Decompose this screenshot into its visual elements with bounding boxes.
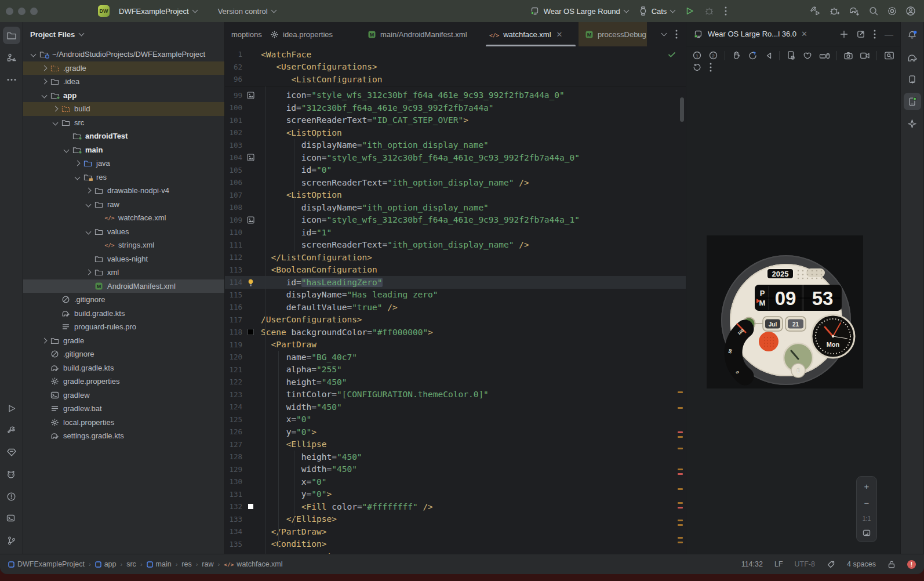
- chevron-down-icon[interactable]: [86, 201, 92, 207]
- tree-item[interactable]: values: [23, 225, 224, 239]
- window-minimize-icon[interactable]: [18, 8, 26, 15]
- analysis-mark[interactable]: [678, 436, 683, 438]
- tab-watchface.xml[interactable]: </>watchface.xml✕: [483, 22, 579, 46]
- analysis-mark[interactable]: [678, 507, 683, 509]
- structure-icon[interactable]: [3, 49, 20, 66]
- chevron-right-icon[interactable]: [42, 65, 48, 71]
- attach-debugger-icon[interactable]: [830, 6, 841, 16]
- breadcrumb-item[interactable]: res: [181, 560, 191, 568]
- code-line[interactable]: 125x="0": [225, 413, 686, 426]
- indent-setting[interactable]: 4 spaces: [847, 560, 876, 568]
- breadcrumb-item[interactable]: </>watchface.xml: [224, 560, 282, 568]
- tree-item[interactable]: gradle: [23, 334, 224, 348]
- screen-search-icon[interactable]: [884, 51, 894, 60]
- code-line[interactable]: 102<ListOption: [225, 126, 686, 139]
- zoom-in-button[interactable]: +: [864, 481, 870, 491]
- chevron-down-icon[interactable]: [661, 31, 667, 37]
- inspections-ok-icon[interactable]: [667, 50, 676, 59]
- zoom-out-button[interactable]: −: [864, 498, 870, 508]
- analysis-mark[interactable]: [678, 524, 683, 526]
- keyboard-mouse-icon[interactable]: [819, 51, 830, 60]
- project-menu[interactable]: DWFExampleProject: [114, 3, 202, 19]
- running-devices-tab[interactable]: Wear OS Large Ro...l 36.0 ✕ —: [686, 22, 900, 46]
- tree-item[interactable]: .gitignore: [23, 347, 224, 361]
- gradle-sync-icon[interactable]: [849, 6, 860, 16]
- problems-icon[interactable]: [3, 488, 20, 505]
- run-button[interactable]: [680, 3, 699, 19]
- analysis-mark[interactable]: [678, 469, 683, 470]
- zoom-actual-button[interactable]: 1:1: [863, 515, 871, 522]
- tree-item[interactable]: gradlew: [23, 388, 224, 402]
- running-devices-icon[interactable]: [904, 93, 921, 110]
- chevron-down-icon[interactable]: [53, 119, 59, 125]
- account-icon[interactable]: [905, 6, 916, 16]
- breadcrumb-item[interactable]: app: [95, 560, 117, 568]
- button-1-icon[interactable]: 1: [692, 50, 702, 60]
- code-line[interactable]: 120name="BG_40c7": [225, 351, 686, 364]
- terminal-icon[interactable]: [3, 510, 20, 527]
- video-icon[interactable]: [860, 52, 870, 60]
- code-line[interactable]: 119<PartDraw: [225, 339, 686, 351]
- device-manager-icon[interactable]: [904, 71, 921, 88]
- code-line[interactable]: 127<Ellipse: [225, 438, 686, 451]
- chevron-down-icon[interactable]: [75, 174, 81, 180]
- analysis-mark[interactable]: [678, 488, 683, 490]
- breadcrumb-item[interactable]: DWFExampleProject: [8, 560, 85, 568]
- tree-item[interactable]: gradlew.bat: [23, 402, 224, 416]
- window-zoom-icon[interactable]: [30, 8, 38, 15]
- code-line[interactable]: 112</ListConfiguration>: [225, 251, 686, 264]
- chevron-right-icon[interactable]: [86, 270, 92, 275]
- code-line[interactable]: 136<Expressions>: [225, 550, 686, 554]
- analysis-mark[interactable]: [678, 473, 683, 475]
- caret-position[interactable]: 114:32: [741, 560, 763, 568]
- analysis-mark[interactable]: [678, 542, 683, 543]
- code-line[interactable]: 135<Condition>: [225, 538, 686, 551]
- analysis-mark[interactable]: [678, 537, 683, 539]
- version-control-icon[interactable]: [3, 532, 20, 549]
- tree-item[interactable]: java: [23, 157, 224, 170]
- logcat-icon[interactable]: [3, 466, 20, 483]
- code-line[interactable]: 134</PartDraw>: [225, 525, 686, 538]
- tree-item[interactable]: settings.gradle.kts: [23, 429, 224, 443]
- code-line[interactable]: 117/UserConfigurations>: [225, 314, 686, 326]
- sticky-line[interactable]: 62<UserConfigurations>: [225, 61, 686, 74]
- tree-item[interactable]: gradle.properties: [23, 375, 224, 388]
- tree-item[interactable]: androidTest: [23, 129, 224, 143]
- build-icon[interactable]: [3, 422, 20, 439]
- chevron-right-icon[interactable]: [75, 161, 81, 166]
- chevron-right-icon[interactable]: [86, 188, 92, 194]
- tree-item[interactable]: MAndroidManifest.xml: [23, 279, 224, 293]
- open-in-window-icon[interactable]: [857, 30, 865, 38]
- chevron-right-icon[interactable]: [42, 337, 48, 343]
- chevron-right-icon[interactable]: [53, 106, 59, 112]
- chevron-down-icon[interactable]: [64, 147, 70, 152]
- chevron-down-icon[interactable]: [42, 92, 48, 98]
- debug-button[interactable]: [699, 3, 719, 19]
- code-line[interactable]: 116defaultValue="true" />: [225, 301, 686, 314]
- emulator-screen[interactable]: 2025 P M 09 53: [707, 235, 863, 388]
- analysis-mark[interactable]: [678, 407, 683, 409]
- breadcrumb-item[interactable]: raw: [202, 560, 213, 568]
- device-selector[interactable]: Wear OS Large Round: [525, 3, 634, 19]
- tab-moptions[interactable]: moptions: [225, 22, 264, 46]
- tree-item[interactable]: .gitignore: [23, 293, 224, 307]
- analysis-mark[interactable]: [678, 431, 683, 433]
- chevron-right-icon[interactable]: [42, 79, 48, 85]
- code-line[interactable]: 118Scene backgroundColor="#ff000000">: [225, 326, 686, 339]
- tree-item[interactable]: .idea: [23, 75, 224, 89]
- close-icon[interactable]: ✕: [801, 30, 807, 38]
- tree-item[interactable]: build.gradle.kts: [23, 307, 224, 321]
- tree-item[interactable]: values-night: [23, 252, 224, 266]
- code-line[interactable]: 99icon="style_wfs_312c30bf_f64a_461e_9c9…: [225, 89, 686, 102]
- tree-item[interactable]: drawable-nodpi-v4: [23, 184, 224, 198]
- rotate-icon[interactable]: [748, 50, 758, 60]
- more-options-icon[interactable]: [874, 30, 876, 39]
- error-indicator[interactable]: !: [907, 560, 916, 569]
- tab-main/AndroidManifest.xml[interactable]: Mmain/AndroidManifest.xml: [361, 22, 483, 46]
- settings-icon[interactable]: [887, 6, 897, 16]
- tree-item[interactable]: </>watchface.xml: [23, 211, 224, 225]
- phone-settings-icon[interactable]: [786, 50, 796, 60]
- close-icon[interactable]: ✕: [556, 30, 563, 39]
- build-run-icon[interactable]: [810, 6, 821, 16]
- code-line[interactable]: 122height="450": [225, 376, 686, 388]
